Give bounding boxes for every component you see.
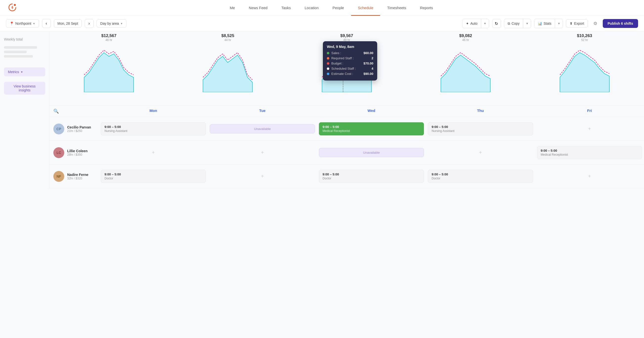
grid-cell: 9:00 – 5:00Medical Receptionist	[317, 120, 426, 137]
grid-cell: +	[426, 147, 535, 158]
copy-label: Copy	[512, 22, 520, 26]
table-row: LCLillie Coleen28hr / $350++Unavailable+…	[50, 141, 644, 164]
date-selector[interactable]: Mon, 28 Sept	[54, 19, 82, 28]
shift-time: 9:00 – 5:00	[541, 149, 638, 152]
location-pin-icon: 📍	[10, 22, 14, 26]
avatar: CP	[53, 124, 64, 134]
prev-date-button[interactable]: ‹	[42, 19, 51, 28]
person-name: Lillie Coleen	[67, 149, 88, 153]
add-shift-button[interactable]: +	[586, 126, 593, 132]
auto-icon: ✦	[466, 22, 469, 26]
shift-role: Medical Receptionist	[541, 153, 638, 156]
nav-bar: Me News Feed Tasks Location People Sched…	[0, 0, 644, 16]
tooltip-dot-icon	[327, 57, 329, 60]
add-shift-button[interactable]: +	[586, 173, 593, 180]
shift-card[interactable]: 9:00 – 5:00Medical Receptionist	[537, 146, 642, 159]
stats-chevron[interactable]: ▼	[555, 20, 563, 27]
chart-col-0: $12,56746 hr	[50, 32, 168, 105]
shift-card[interactable]: 9:00 – 5:00Nursing Assistant	[101, 122, 206, 136]
copy-chevron[interactable]: ▼	[523, 20, 531, 27]
day-header-tue: Tue	[208, 108, 317, 114]
nav-item-reports[interactable]: Reports	[413, 0, 440, 16]
location-chevron-icon: ▼	[33, 22, 35, 25]
chart-hours-0: 46 hr	[106, 38, 112, 42]
tooltip-dot-icon	[327, 73, 329, 75]
shift-card[interactable]: 9:00 – 5:00Doctor	[101, 170, 206, 183]
tooltip-label: Sales :	[331, 51, 362, 55]
grid-cell: 9:00 – 5:00Doctor	[99, 168, 208, 185]
add-shift-button[interactable]: +	[259, 173, 266, 180]
next-date-button[interactable]: ›	[85, 19, 94, 28]
shift-role: Doctor	[432, 177, 529, 180]
tooltip-row: Sales :$60.00	[327, 51, 373, 55]
refresh-button[interactable]: ↻	[492, 19, 501, 28]
grid-cell: +	[535, 171, 644, 182]
table-row: NFNadire Ferne32hr / $3209:00 – 5:00Doct…	[50, 164, 644, 188]
nav-item-schedule[interactable]: Schedule	[351, 0, 380, 16]
unavailable-card: Unavailable	[319, 148, 424, 157]
chart-and-schedule: $12,56746 hr$8,52544 hr$9,56749 hr$9,082…	[50, 32, 644, 188]
export-button[interactable]: ⬆ Export	[566, 19, 588, 28]
add-shift-button[interactable]: +	[259, 149, 266, 156]
grid-cell: +	[535, 124, 644, 134]
tooltip-value: $90.00	[364, 72, 373, 76]
stats-button[interactable]: 📊 Stats	[534, 20, 555, 28]
nav-item-tasks[interactable]: Tasks	[274, 0, 298, 16]
logo[interactable]	[8, 3, 17, 13]
shift-role: Doctor	[322, 177, 420, 180]
grid-cell: 9:00 – 5:00Nursing Assistant	[99, 120, 208, 137]
tooltip-dot-icon	[327, 62, 329, 65]
day-header-thu: Thu	[426, 108, 535, 114]
add-shift-button[interactable]: +	[477, 149, 484, 156]
person-2: NFNadire Ferne32hr / $320	[50, 168, 99, 185]
nav-item-me[interactable]: Me	[223, 0, 242, 16]
view-selector[interactable]: Day by area ▼	[96, 19, 126, 28]
export-icon: ⬆	[570, 22, 572, 26]
insights-button[interactable]: View business insights	[4, 82, 45, 95]
person-meta: 32hr / $320	[67, 177, 88, 180]
chart-svg-4	[525, 43, 644, 92]
metrics-button[interactable]: Metrics ▼	[4, 68, 45, 76]
shift-card[interactable]: 9:00 – 5:00Doctor	[428, 170, 533, 183]
chart-hours-1: 44 hr	[224, 38, 231, 42]
view-chevron-icon: ▼	[120, 22, 123, 25]
shift-card[interactable]: 9:00 – 5:00Nursing Assistant	[428, 122, 533, 136]
grid-cell: +	[99, 147, 208, 158]
day-header-wed: Wed	[317, 108, 426, 114]
shift-card[interactable]: 9:00 – 5:00Medical Receptionist	[319, 122, 424, 136]
chart-col-1: $8,52544 hr	[168, 32, 287, 105]
copy-group: ⧉ Copy ▼	[504, 19, 531, 28]
chart-svg-1	[168, 43, 287, 92]
nav-item-news-feed[interactable]: News Feed	[242, 0, 274, 16]
nav-item-location[interactable]: Location	[298, 0, 326, 16]
copy-button[interactable]: ⧉ Copy	[504, 20, 523, 28]
publish-button[interactable]: Publish 6 shifts	[603, 19, 638, 28]
chart-cost-3: $9,082	[459, 33, 472, 38]
grid-cell: 9:00 – 5:00Doctor	[317, 168, 426, 185]
shift-role: Doctor	[104, 177, 202, 180]
shift-time: 9:00 – 5:00	[322, 125, 420, 129]
tooltip-label: Scheduled Staff :	[331, 67, 370, 70]
left-panel: Weekly total Metrics ▼ View business ins…	[0, 32, 50, 188]
location-label: Northpoint	[15, 22, 31, 26]
shift-card[interactable]: 9:00 – 5:00Doctor	[319, 170, 424, 183]
search-icon[interactable]: 🔍	[53, 108, 59, 114]
shift-time: 9:00 – 5:00	[432, 172, 529, 176]
nav-item-people[interactable]: People	[326, 0, 351, 16]
location-selector[interactable]: 📍 Northpoint ▼	[6, 19, 39, 28]
avatar: LC	[53, 147, 64, 158]
auto-chevron[interactable]: ▼	[481, 20, 489, 27]
grid-cell: 9:00 – 5:00Medical Receptionist	[535, 144, 644, 161]
unavailable-card: Unavailable	[210, 124, 315, 134]
add-shift-button[interactable]: +	[150, 149, 157, 156]
chart-hours-3: 46 hr	[462, 38, 469, 42]
svg-point-0	[14, 4, 16, 6]
tooltip-row: Estimate Cost :$90.00	[327, 72, 373, 76]
shift-time: 9:00 – 5:00	[322, 172, 420, 176]
settings-button[interactable]: ⚙	[591, 19, 600, 28]
nav-item-timesheets[interactable]: Timesheets	[380, 0, 413, 16]
auto-button[interactable]: ✦ Auto	[462, 20, 481, 28]
chart-hours-4: 52 hr	[581, 38, 588, 42]
unavailable-text: Unavailable	[214, 127, 311, 131]
day-header-fri: Fri	[535, 108, 644, 114]
